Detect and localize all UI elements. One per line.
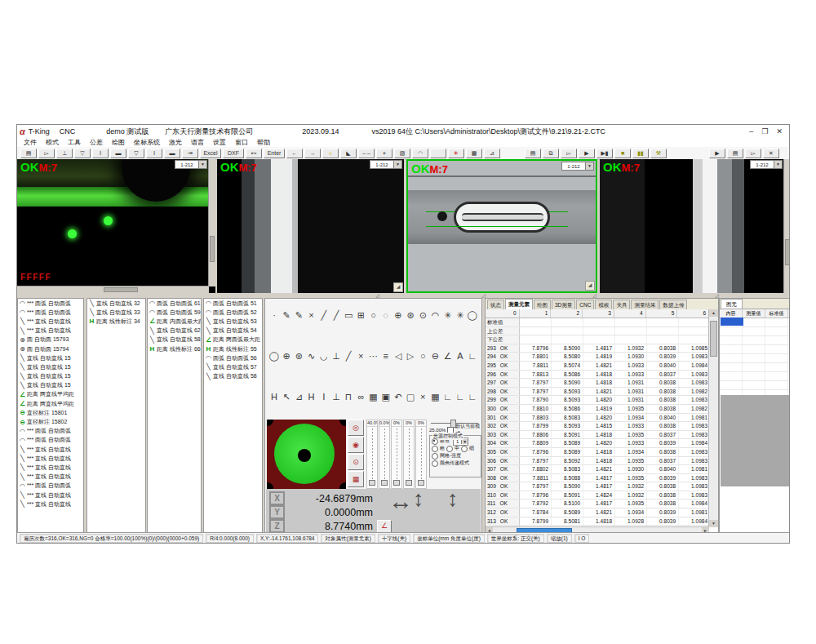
list-item[interactable]: ╲ *** 直线 自动直线 — [18, 326, 83, 335]
list-item[interactable]: ∠ 距离 两直线平均距 — [18, 399, 83, 408]
table-row[interactable]: 306OK 7.8797 8.5092 1.4818 1.0935 0.8037… — [486, 457, 709, 466]
camera-2-view[interactable] — [217, 159, 404, 293]
tool-icon[interactable]: · — [268, 310, 280, 321]
light-slider[interactable]: 0.0% — [379, 420, 390, 489]
table-row[interactable]: 297OK 7.8797 8.5090 1.4818 1.0931 0.8038… — [486, 379, 709, 388]
run-control-button[interactable]: ▶ — [579, 149, 595, 158]
aux-toolbar-button[interactable]: ✕ — [763, 149, 779, 158]
tool-icon[interactable]: ◠ — [429, 310, 441, 321]
toolbar-button[interactable]: ▬ — [164, 149, 180, 158]
menu-item[interactable]: 窗口 — [235, 138, 248, 147]
table-row[interactable]: 302OK 7.8799 8.5093 1.4815 1.0933 0.8038… — [486, 422, 709, 431]
tool-icon[interactable]: ▭ — [343, 310, 354, 321]
table-tab[interactable]: CNC — [576, 300, 594, 309]
camera-1-view[interactable]: FFFFF — [17, 159, 209, 286]
list-item[interactable]: ╲ 直线 自动直线 58 — [204, 372, 262, 381]
tool-icon[interactable]: ∟ — [442, 392, 454, 402]
toolbar-button[interactable]: ← — [286, 149, 303, 158]
list-item[interactable]: ◠ 圆弧 自动圆弧 51 — [204, 299, 262, 308]
camera-1-hscrollbar[interactable] — [17, 286, 209, 293]
color-mode-radio[interactable] — [432, 460, 438, 467]
table-tab[interactable]: 3D测量 — [552, 300, 575, 309]
grid-intensity-radio[interactable] — [432, 453, 438, 460]
light-channel-button[interactable]: ◎ — [348, 420, 364, 436]
chevron-down-icon[interactable]: ▼ — [393, 161, 401, 168]
list-item[interactable]: ◠ 圆弧 自动圆弧 61 — [148, 299, 201, 308]
table-tab[interactable]: 状态 — [487, 300, 504, 309]
toolbar-button[interactable]: ⌖ — [376, 149, 392, 158]
list-item[interactable]: ◠ *** 圆弧 自动圆弧 — [18, 436, 83, 445]
table-tab[interactable]: 模板 — [595, 300, 612, 309]
menu-item[interactable]: 绘图 — [112, 138, 125, 147]
table-tab[interactable]: 数据上传 — [659, 300, 687, 309]
list-item[interactable]: ╲ *** 直线 自动直线 — [18, 473, 83, 482]
table-row[interactable]: 298OK 7.8797 8.5093 1.4821 1.0931 0.8038… — [486, 388, 709, 397]
tool-icon[interactable]: ✎ — [281, 310, 292, 321]
scroll-up-icon[interactable]: ▲ — [709, 309, 718, 317]
list-item[interactable]: ◠ 圆弧 自动圆弧 59 — [148, 308, 201, 317]
toolbar-button[interactable]: Ⅰ — [146, 149, 162, 158]
toolbar-button[interactable]: ☼ — [322, 149, 339, 158]
jog-xy-arrows[interactable]: ↔ — [388, 487, 413, 515]
tool-icon[interactable]: ⊙ — [417, 310, 428, 321]
tool-icon[interactable]: ⊿ — [293, 392, 304, 402]
list-item[interactable]: ╲ *** 直线 自动直线 — [18, 500, 83, 509]
camera-range-dropdown[interactable]: 1-212▼ — [750, 160, 783, 169]
menu-item[interactable]: 公差 — [90, 138, 103, 147]
mid-radio[interactable] — [446, 446, 453, 452]
list-item[interactable]: ╲ 直线 自动直线 15 — [18, 353, 83, 362]
tool-icon[interactable]: ▷ — [405, 351, 416, 362]
camera-4-view[interactable] — [600, 159, 784, 293]
toolbar-button[interactable]: ✳ — [448, 149, 464, 158]
camera-1-vscrollbar[interactable] — [208, 159, 215, 286]
list-item[interactable]: H 距离 线性标注 66 — [148, 344, 201, 353]
toolbar-button[interactable]: Excel — [200, 149, 221, 158]
table-row[interactable]: 311OK 7.8792 8.5100 1.4817 1.0935 0.8038… — [486, 500, 709, 509]
table-tab[interactable]: 测量结果 — [631, 300, 659, 309]
tool-icon[interactable]: ∞ — [355, 392, 366, 402]
list-item[interactable]: ╲ 直线 自动直线 54 — [204, 326, 262, 335]
tool-icon[interactable]: × — [306, 310, 317, 321]
table-row[interactable]: 303OK 7.8806 8.5091 1.4818 1.0935 0.8037… — [486, 431, 709, 440]
list-item[interactable]: ╲ 直线 自动直线 53 — [204, 317, 262, 326]
run-control-button[interactable]: ▻ — [561, 149, 577, 158]
run-control-button[interactable]: ■ — [614, 149, 631, 158]
chevron-down-icon[interactable]: ▼ — [198, 161, 206, 168]
toolbar-button[interactable]: Ⅰ — [92, 149, 109, 158]
tool-icon[interactable]: ⊞ — [355, 310, 366, 321]
slider-thumb[interactable] — [393, 480, 400, 486]
tool-icon[interactable]: ✎ — [293, 310, 304, 321]
tool-icon[interactable]: ∟ — [467, 392, 478, 402]
tolerance-row[interactable]: 标准值 — [486, 318, 709, 327]
list-item[interactable]: ⊖ 直径标注 15801 — [18, 408, 83, 417]
run-control-button[interactable]: ▤ — [525, 149, 541, 158]
list-item[interactable]: ╲ 直线 自动直线 33 — [87, 308, 145, 317]
tolerance-row[interactable]: 下公差 — [486, 335, 709, 344]
toolbar-button[interactable]: ▽ — [74, 149, 91, 158]
tool-icon[interactable]: ○ — [417, 351, 428, 362]
master-brightness-slider[interactable] — [429, 420, 481, 426]
light-slider[interactable]: 0% — [403, 420, 415, 489]
tool-icon[interactable]: ◯ — [268, 351, 280, 362]
minimize-button[interactable]: – — [749, 127, 753, 135]
toolbar-button[interactable]: DXF — [223, 149, 244, 158]
toolbar-button[interactable]: ⊷ — [246, 149, 262, 158]
menu-item[interactable]: 语言 — [191, 138, 204, 147]
tool-icon[interactable]: H — [268, 392, 280, 402]
toolbar-button[interactable]: ▻ — [38, 149, 55, 158]
table-row[interactable]: 294OK 7.8801 8.5080 1.4819 1.0930 0.8039… — [486, 353, 709, 362]
tool-icon[interactable]: ▦ — [368, 392, 379, 402]
aux-toolbar-button[interactable]: ▤ — [727, 149, 743, 158]
menu-item[interactable]: 激光 — [169, 138, 182, 147]
tool-icon[interactable]: ∿ — [306, 351, 317, 362]
toolbar-button[interactable]: ▽ — [128, 149, 144, 158]
tool-icon[interactable]: ≡ — [380, 351, 392, 362]
list-item[interactable]: ╲ 直线 自动直线 15 — [18, 372, 83, 381]
menu-item[interactable]: 文件 — [24, 138, 37, 147]
list-item[interactable]: ∠ 距离 两圆弧最大距 — [204, 335, 262, 344]
list-item[interactable]: ╲ 直线 自动直线 15 — [18, 362, 83, 371]
panel-resize-grip[interactable]: ◢ — [393, 282, 403, 292]
tool-icon[interactable]: × — [417, 392, 428, 402]
table-vscrollbar[interactable]: ▲ ▼ — [708, 309, 718, 527]
toolbar-button[interactable]: ⊿ — [484, 149, 500, 158]
